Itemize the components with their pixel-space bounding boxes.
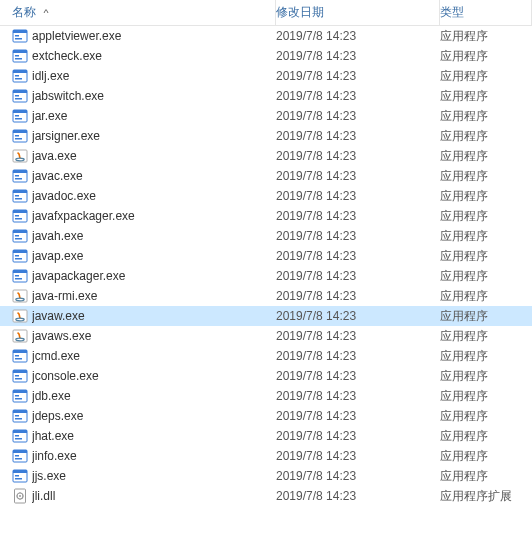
file-row[interactable]: jabswitch.exe2019/7/8 14:23应用程序 [0,86,532,106]
file-name-cell[interactable]: jjs.exe [0,468,276,484]
file-row[interactable]: javaw.exe2019/7/8 14:23应用程序 [0,306,532,326]
file-row[interactable]: java-rmi.exe2019/7/8 14:23应用程序 [0,286,532,306]
file-name-label: jar.exe [32,109,67,123]
file-row[interactable]: javac.exe2019/7/8 14:23应用程序 [0,166,532,186]
file-name-cell[interactable]: javaw.exe [0,308,276,324]
file-type-cell: 应用程序 [440,468,532,485]
file-name-cell[interactable]: javah.exe [0,228,276,244]
file-name-cell[interactable]: javafxpackager.exe [0,208,276,224]
file-name-label: jli.dll [32,489,55,503]
file-row[interactable]: javapackager.exe2019/7/8 14:23应用程序 [0,266,532,286]
file-row[interactable]: java.exe2019/7/8 14:23应用程序 [0,146,532,166]
file-date-cell: 2019/7/8 14:23 [276,209,440,223]
exe-generic-icon [12,368,28,384]
file-type-cell: 应用程序 [440,408,532,425]
file-name-label: jjs.exe [32,469,66,483]
file-name-cell[interactable]: jinfo.exe [0,448,276,464]
file-row[interactable]: jhat.exe2019/7/8 14:23应用程序 [0,426,532,446]
file-row[interactable]: javafxpackager.exe2019/7/8 14:23应用程序 [0,206,532,226]
file-row[interactable]: jinfo.exe2019/7/8 14:23应用程序 [0,446,532,466]
file-name-cell[interactable]: java.exe [0,148,276,164]
file-row[interactable]: jconsole.exe2019/7/8 14:23应用程序 [0,366,532,386]
file-type-cell: 应用程序 [440,188,532,205]
file-date-cell: 2019/7/8 14:23 [276,329,440,343]
file-row[interactable]: jjs.exe2019/7/8 14:23应用程序 [0,466,532,486]
file-type-cell: 应用程序 [440,388,532,405]
exe-generic-icon [12,348,28,364]
file-name-cell[interactable]: jhat.exe [0,428,276,444]
file-name-cell[interactable]: jli.dll [0,488,276,504]
java-exe-icon [12,328,28,344]
file-name-cell[interactable]: extcheck.exe [0,48,276,64]
file-name-cell[interactable]: jarsigner.exe [0,128,276,144]
file-date-cell: 2019/7/8 14:23 [276,289,440,303]
column-name-label: 名称 [12,4,36,21]
file-row[interactable]: extcheck.exe2019/7/8 14:23应用程序 [0,46,532,66]
file-date-cell: 2019/7/8 14:23 [276,389,440,403]
file-type-cell: 应用程序 [440,348,532,365]
exe-generic-icon [12,108,28,124]
file-name-cell[interactable]: jar.exe [0,108,276,124]
file-name-cell[interactable]: idlj.exe [0,68,276,84]
file-name-label: javaws.exe [32,329,91,343]
file-name-cell[interactable]: jabswitch.exe [0,88,276,104]
file-type-cell: 应用程序 [440,148,532,165]
file-date-cell: 2019/7/8 14:23 [276,169,440,183]
file-row[interactable]: jcmd.exe2019/7/8 14:23应用程序 [0,346,532,366]
file-name-label: javafxpackager.exe [32,209,135,223]
file-list[interactable]: appletviewer.exe2019/7/8 14:23应用程序extche… [0,26,532,506]
file-name-cell[interactable]: javap.exe [0,248,276,264]
file-row[interactable]: jar.exe2019/7/8 14:23应用程序 [0,106,532,126]
file-row[interactable]: javah.exe2019/7/8 14:23应用程序 [0,226,532,246]
exe-generic-icon [12,268,28,284]
file-name-cell[interactable]: javadoc.exe [0,188,276,204]
file-date-cell: 2019/7/8 14:23 [276,489,440,503]
file-name-label: javapackager.exe [32,269,125,283]
exe-generic-icon [12,28,28,44]
file-name-cell[interactable]: jdb.exe [0,388,276,404]
file-name-cell[interactable]: javaws.exe [0,328,276,344]
column-header[interactable]: 名称 ^ 修改日期 类型 [0,0,532,26]
file-name-cell[interactable]: appletviewer.exe [0,28,276,44]
file-name-cell[interactable]: javac.exe [0,168,276,184]
column-header-type[interactable]: 类型 [440,0,532,25]
file-row[interactable]: appletviewer.exe2019/7/8 14:23应用程序 [0,26,532,46]
file-row[interactable]: jli.dll2019/7/8 14:23应用程序扩展 [0,486,532,506]
file-name-label: jarsigner.exe [32,129,100,143]
sort-ascending-icon: ^ [44,8,49,18]
file-row[interactable]: idlj.exe2019/7/8 14:23应用程序 [0,66,532,86]
column-header-date[interactable]: 修改日期 [276,0,440,25]
dll-icon [12,488,28,504]
exe-generic-icon [12,448,28,464]
file-type-cell: 应用程序 [440,128,532,145]
file-date-cell: 2019/7/8 14:23 [276,369,440,383]
file-name-label: jcmd.exe [32,349,80,363]
file-date-cell: 2019/7/8 14:23 [276,469,440,483]
file-row[interactable]: javaws.exe2019/7/8 14:23应用程序 [0,326,532,346]
exe-generic-icon [12,388,28,404]
file-name-cell[interactable]: javapackager.exe [0,268,276,284]
file-type-cell: 应用程序 [440,208,532,225]
file-row[interactable]: jdb.exe2019/7/8 14:23应用程序 [0,386,532,406]
file-row[interactable]: jdeps.exe2019/7/8 14:23应用程序 [0,406,532,426]
file-name-label: javap.exe [32,249,83,263]
file-name-cell[interactable]: jcmd.exe [0,348,276,364]
file-name-label: idlj.exe [32,69,69,83]
file-date-cell: 2019/7/8 14:23 [276,449,440,463]
file-name-label: javac.exe [32,169,83,183]
file-name-cell[interactable]: java-rmi.exe [0,288,276,304]
file-name-label: jinfo.exe [32,449,77,463]
file-row[interactable]: javap.exe2019/7/8 14:23应用程序 [0,246,532,266]
exe-generic-icon [12,68,28,84]
file-row[interactable]: javadoc.exe2019/7/8 14:23应用程序 [0,186,532,206]
file-date-cell: 2019/7/8 14:23 [276,189,440,203]
file-name-label: java.exe [32,149,77,163]
column-header-name[interactable]: 名称 ^ [0,0,276,25]
file-type-cell: 应用程序 [440,48,532,65]
file-name-label: javadoc.exe [32,189,96,203]
file-type-cell: 应用程序 [440,248,532,265]
file-row[interactable]: jarsigner.exe2019/7/8 14:23应用程序 [0,126,532,146]
file-type-cell: 应用程序 [440,68,532,85]
file-name-cell[interactable]: jconsole.exe [0,368,276,384]
file-name-cell[interactable]: jdeps.exe [0,408,276,424]
